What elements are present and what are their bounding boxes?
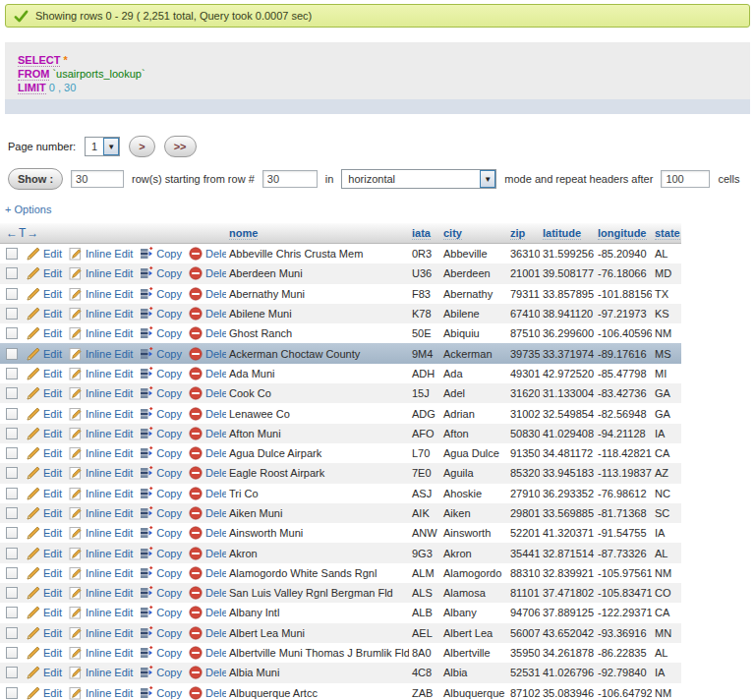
edit-link[interactable]: Edit <box>43 548 62 559</box>
edit-link[interactable]: Edit <box>43 687 62 699</box>
column-header-city[interactable]: city <box>440 227 507 239</box>
edit-link[interactable]: Edit <box>43 467 62 479</box>
edit-link[interactable]: Edit <box>43 527 62 539</box>
column-header-longitude[interactable]: longitude <box>595 227 652 239</box>
show-button[interactable]: Show : <box>8 168 63 190</box>
inline-edit-icon[interactable] <box>69 266 83 280</box>
edit-pencil-icon[interactable] <box>27 407 40 421</box>
delete-icon[interactable] <box>189 266 203 280</box>
row-checkbox[interactable] <box>6 548 18 559</box>
edit-link[interactable]: Edit <box>43 308 62 320</box>
row-checkbox[interactable] <box>6 267 18 279</box>
inline-edit-icon[interactable] <box>69 466 83 480</box>
copy-link[interactable]: Copy <box>156 267 182 279</box>
inline-edit-link[interactable]: Inline Edit <box>86 527 133 539</box>
edit-pencil-icon[interactable] <box>27 266 40 280</box>
copy-link[interactable]: Copy <box>156 467 182 479</box>
edit-pencil-icon[interactable] <box>27 506 40 520</box>
copy-link[interactable]: Copy <box>156 447 182 459</box>
copy-link[interactable]: Copy <box>156 627 182 639</box>
delete-link[interactable]: Delete <box>205 267 226 279</box>
edit-pencil-icon[interactable] <box>27 466 40 480</box>
column-header-nome[interactable]: nome <box>226 227 409 239</box>
copy-link[interactable]: Copy <box>156 428 182 439</box>
inline-edit-icon[interactable] <box>69 287 83 301</box>
edit-link[interactable]: Edit <box>43 507 62 519</box>
row-checkbox[interactable] <box>6 587 18 599</box>
copy-link[interactable]: Copy <box>156 647 182 659</box>
edit-pencil-icon[interactable] <box>27 386 40 400</box>
delete-icon[interactable] <box>189 646 203 660</box>
delete-icon[interactable] <box>189 347 203 361</box>
inline-edit-link[interactable]: Inline Edit <box>86 548 133 559</box>
row-checkbox[interactable] <box>6 507 18 519</box>
repeat-headers-input[interactable] <box>661 170 710 188</box>
copy-icon[interactable] <box>140 326 153 340</box>
delete-link[interactable]: Delete <box>205 607 226 618</box>
inline-edit-icon[interactable] <box>69 686 83 700</box>
copy-icon[interactable] <box>140 307 153 321</box>
start-row-input[interactable] <box>262 170 318 188</box>
edit-link[interactable]: Edit <box>43 607 62 618</box>
page-number-select[interactable]: 1 ▼ <box>85 137 120 156</box>
copy-icon[interactable] <box>140 586 153 600</box>
edit-pencil-icon[interactable] <box>27 547 40 560</box>
delete-link[interactable]: Delete <box>205 567 226 579</box>
inline-edit-icon[interactable] <box>69 586 83 600</box>
row-checkbox[interactable] <box>6 447 18 459</box>
inline-edit-icon[interactable] <box>69 566 83 580</box>
inline-edit-icon[interactable] <box>69 307 83 321</box>
copy-link[interactable]: Copy <box>156 507 182 519</box>
edit-pencil-icon[interactable] <box>27 287 40 301</box>
copy-link[interactable]: Copy <box>156 567 182 579</box>
inline-edit-link[interactable]: Inline Edit <box>86 267 133 279</box>
edit-pencil-icon[interactable] <box>27 326 40 340</box>
edit-link[interactable]: Edit <box>43 447 62 459</box>
delete-icon[interactable] <box>189 626 203 640</box>
inline-edit-icon[interactable] <box>69 247 83 261</box>
delete-icon[interactable] <box>189 506 203 520</box>
delete-icon[interactable] <box>189 666 203 679</box>
edit-pencil-icon[interactable] <box>27 686 40 700</box>
edit-pencil-icon[interactable] <box>27 626 40 640</box>
edit-link[interactable]: Edit <box>43 667 62 678</box>
row-checkbox[interactable] <box>6 348 18 360</box>
column-header-state[interactable]: state <box>652 227 681 239</box>
delete-link[interactable]: Delete <box>205 368 226 379</box>
edit-link[interactable]: Edit <box>43 428 62 439</box>
edit-pencil-icon[interactable] <box>27 347 40 361</box>
inline-edit-link[interactable]: Inline Edit <box>86 308 133 320</box>
delete-link[interactable]: Delete <box>205 348 226 360</box>
delete-icon[interactable] <box>189 566 203 580</box>
inline-edit-link[interactable]: Inline Edit <box>86 587 133 599</box>
delete-icon[interactable] <box>189 526 203 540</box>
copy-link[interactable]: Copy <box>156 607 182 618</box>
column-arrows-header[interactable]: ←T→ <box>0 226 226 240</box>
row-checkbox[interactable] <box>6 647 18 659</box>
copy-icon[interactable] <box>140 487 153 500</box>
column-header-zip[interactable]: zip <box>507 227 540 239</box>
row-checkbox[interactable] <box>6 567 18 579</box>
row-checkbox[interactable] <box>6 368 18 379</box>
edit-link[interactable]: Edit <box>43 387 62 399</box>
inline-edit-link[interactable]: Inline Edit <box>86 607 133 618</box>
delete-link[interactable]: Delete <box>205 467 226 479</box>
copy-link[interactable]: Copy <box>156 527 182 539</box>
row-checkbox[interactable] <box>6 327 18 339</box>
copy-link[interactable]: Copy <box>156 327 182 339</box>
inline-edit-icon[interactable] <box>69 347 83 361</box>
row-checkbox[interactable] <box>6 308 18 320</box>
copy-icon[interactable] <box>140 386 153 400</box>
copy-link[interactable]: Copy <box>156 687 182 699</box>
column-header-latitude[interactable]: latitude <box>540 227 595 239</box>
copy-link[interactable]: Copy <box>156 288 182 300</box>
inline-edit-link[interactable]: Inline Edit <box>86 348 133 360</box>
edit-link[interactable]: Edit <box>43 288 62 300</box>
edit-pencil-icon[interactable] <box>27 427 40 440</box>
edit-link[interactable]: Edit <box>43 567 62 579</box>
edit-link[interactable]: Edit <box>43 408 62 420</box>
row-checkbox[interactable] <box>6 488 18 499</box>
inline-edit-icon[interactable] <box>69 626 83 640</box>
delete-link[interactable]: Delete <box>205 387 226 399</box>
copy-icon[interactable] <box>140 446 153 460</box>
